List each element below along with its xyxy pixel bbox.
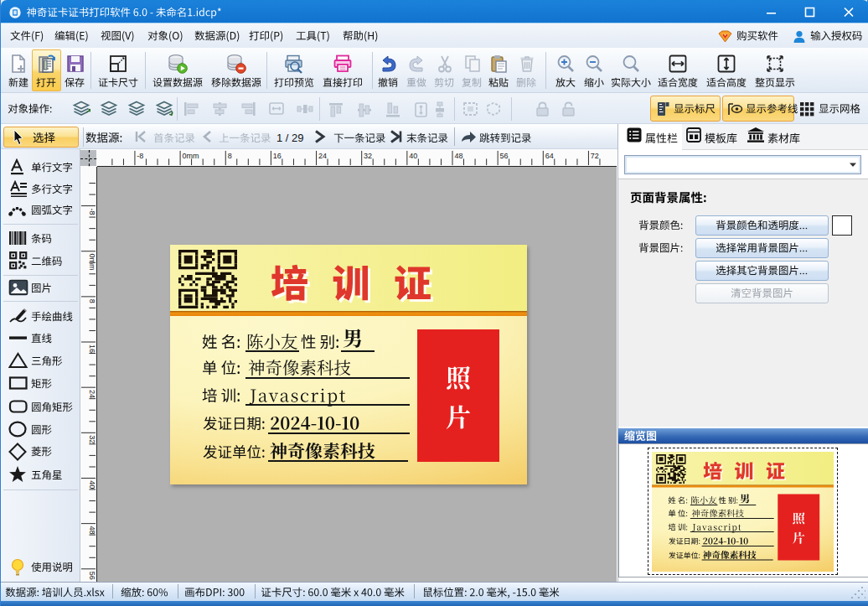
svg-text:16: 16 [273, 152, 282, 160]
svg-text:56: 56 [500, 152, 509, 160]
svg-text:32: 32 [364, 152, 372, 160]
svg-text:72: 72 [591, 152, 599, 160]
svg-text:40: 40 [88, 480, 96, 489]
svg-text:56: 56 [88, 572, 96, 580]
svg-text:64: 64 [545, 152, 554, 160]
svg-text:48: 48 [88, 526, 96, 534]
svg-text:-8: -8 [88, 208, 96, 215]
svg-text:-8: -8 [137, 152, 143, 160]
svg-text:40: 40 [409, 152, 417, 160]
svg-text:0mm: 0mm [182, 152, 199, 160]
svg-text:24: 24 [318, 152, 327, 160]
svg-text:48: 48 [454, 152, 462, 160]
svg-text:24: 24 [88, 390, 96, 398]
svg-text:0mm: 0mm [88, 254, 96, 271]
svg-text:8: 8 [88, 299, 96, 303]
svg-text:8: 8 [228, 152, 232, 160]
svg-text:32: 32 [88, 435, 96, 443]
svg-text:16: 16 [88, 344, 96, 353]
